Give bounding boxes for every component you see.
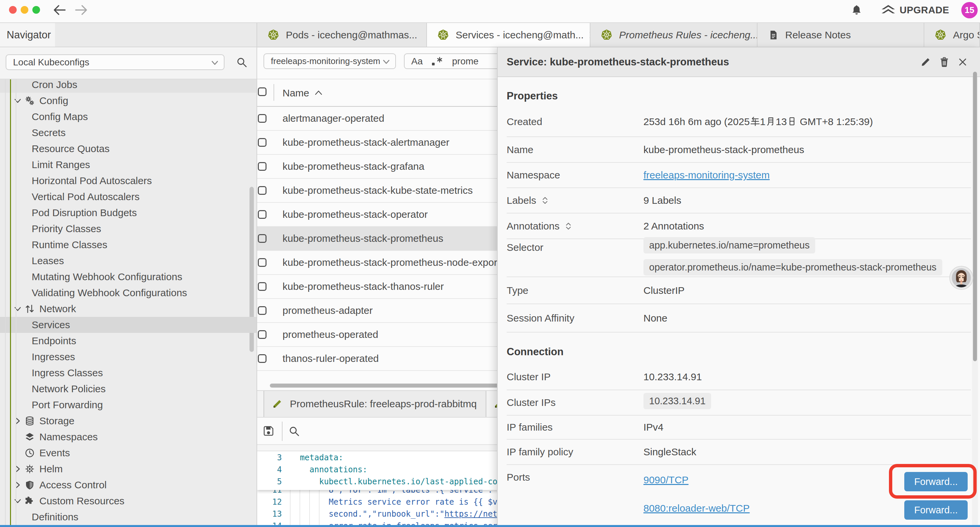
update-count-badge[interactable]: 15 [961,2,978,18]
sidebar-item-config-maps[interactable]: Config Maps [0,109,257,125]
save-icon[interactable] [262,425,275,437]
sort-toggle-icon[interactable] [541,196,549,205]
sidebar-item-config[interactable]: Config [0,93,257,109]
sidebar-item-label: Runtime Classes [32,239,107,250]
chevron-down-icon[interactable] [14,305,22,313]
chevron-down-icon[interactable] [14,497,22,505]
sidebar-item-port-forwarding[interactable]: Port Forwarding [0,397,257,413]
back-button[interactable] [53,4,66,16]
sidebar-item-resource-quotas[interactable]: Resource Quotas [0,141,257,157]
match-case-label[interactable]: Aa [411,56,423,67]
service-name: kube-prometheus-stack-prometheus-node-ex… [283,257,497,268]
sidebar-item-label: Horizontal Pod Autoscalers [32,175,152,186]
delete-trash-icon[interactable] [939,57,950,67]
sidebar-item-storage[interactable]: Storage [0,413,257,429]
sidebar-item-events[interactable]: Events [0,445,257,461]
row-checkbox[interactable] [258,258,267,267]
close-drawer-icon[interactable] [958,57,968,67]
sidebar-item-access-control[interactable]: Access Control [0,477,257,493]
sidebar-item-horizontal-pod-autoscalers[interactable]: Horizontal Pod Autoscalers [0,173,257,189]
kubernetes-icon [601,29,612,41]
chevron-right-icon[interactable] [14,417,22,425]
row-checkbox[interactable] [258,330,267,339]
tab-pods[interactable]: Pods - icecheng@mathmas... [257,23,427,47]
kubeconfig-select[interactable]: Local Kubeconfigs [6,54,224,70]
sidebar-item-secrets[interactable]: Secrets [0,125,257,141]
shield-icon [25,480,35,490]
sidebar-item-runtime-classes[interactable]: Runtime Classes [0,237,257,253]
sidebar-item-pod-disruption-budgets[interactable]: Pod Disruption Budgets [0,205,257,221]
chevron-right-icon[interactable] [14,481,22,489]
sidebar-item-namespaces[interactable]: Namespaces [0,429,257,445]
column-header-name[interactable]: Name [283,88,309,99]
sort-toggle-icon[interactable] [565,222,572,231]
namespace-select[interactable]: freeleaps-monitoring-system [264,53,396,69]
sidebar-item-vertical-pod-autoscalers[interactable]: Vertical Pod Autoscalers [0,189,257,205]
sidebar-item-ingresses[interactable]: Ingresses [0,349,257,365]
port-link[interactable]: 8080:reloader-web/TCP [643,503,750,514]
dock-tab-prometheusrule[interactable]: PrometheusRule: freeleaps-prod-rabbitmq [264,391,486,417]
forward-button[interactable]: Forward... [904,500,968,520]
chevron-down-icon[interactable] [14,97,22,105]
sidebar-item-validating-webhook-configurations[interactable]: Validating Webhook Configurations [0,285,257,301]
upgrade-button[interactable]: UPGRADE [881,4,949,16]
service-name: kube-prometheus-stack-kube-state-metrics [283,185,473,196]
drawer-label: IP family policy [507,439,643,465]
tab-release-notes[interactable]: Release Notes [757,23,924,47]
sidebar-item-mutating-webhook-configurations[interactable]: Mutating Webhook Configurations [0,269,257,285]
row-checkbox[interactable] [258,234,267,243]
sort-ascending-icon[interactable] [315,90,323,96]
sidebar-item-label: Endpoints [32,335,76,347]
sidebar-item-network-policies[interactable]: Network Policies [0,381,257,397]
minimize-window-button[interactable] [21,6,29,14]
row-checkbox[interactable] [258,354,267,363]
sidebar-item-limit-ranges[interactable]: Limit Ranges [0,157,257,173]
row-checkbox[interactable] [258,114,267,123]
sidebar-item-leases[interactable]: Leases [0,253,257,269]
chevron-right-icon[interactable] [14,465,22,473]
sidebar-search-icon[interactable] [236,57,248,68]
row-checkbox[interactable] [258,282,267,291]
row-checkbox[interactable] [258,138,267,147]
row-checkbox[interactable] [258,210,267,219]
row-checkbox[interactable] [258,186,267,195]
kubernetes-icon [935,29,946,41]
tab-services[interactable]: Services - icecheng@math... [427,23,590,47]
sidebar-item-endpoints[interactable]: Endpoints [0,333,257,349]
port-link[interactable]: 9090/TCP [643,474,689,486]
notifications-bell-icon[interactable] [851,4,862,16]
service-name: prometheus-adapter [283,305,372,316]
forward-button-nav[interactable] [75,4,88,16]
database-icon [25,416,35,426]
sidebar-item-cron-jobs[interactable]: Cron Jobs [0,80,257,93]
row-checkbox[interactable] [258,306,267,315]
drawer-label: Cluster IPs [507,390,643,416]
sidebar-item-services[interactable]: Services [0,317,257,333]
namespace-link[interactable]: freeleaps-monitoring-system [643,169,770,181]
regex-icon[interactable] [431,56,444,66]
search-value[interactable]: prome [452,56,478,67]
tab-prometheus-rules[interactable]: Prometheus Rules - icecheng... [590,23,757,47]
drawer-value: 10.233.14.91 [643,371,702,382]
edit-pencil-icon[interactable] [920,57,931,67]
sidebar-item-priority-classes[interactable]: Priority Classes [0,221,257,237]
sidebar-item-helm[interactable]: Helm [0,461,257,477]
tab-argo-se[interactable]: Argo Se [924,23,980,47]
code-link[interactable]: https://net [444,509,497,519]
zoom-window-button[interactable] [32,6,40,14]
tab-strip: Pods - icecheng@mathmas...Services - ice… [257,23,980,47]
sidebar-item-label: Network Policies [32,383,106,395]
drawer-row: Selectorapp.kubernetes.io/name=prometheu… [507,239,971,277]
sidebar-item-ingress-classes[interactable]: Ingress Classes [0,365,257,381]
sidebar-item-label: Events [39,447,70,459]
select-all-checkbox[interactable] [258,88,267,96]
close-window-button[interactable] [9,6,17,14]
sidebar-item-network[interactable]: Network [0,301,257,317]
sidebar-item-definitions[interactable]: Definitions [0,509,257,525]
user-avatar[interactable] [949,266,973,290]
row-checkbox[interactable] [258,162,267,171]
editor-search-icon[interactable] [288,426,300,437]
drawer-scrollbar[interactable] [973,72,977,361]
code-line: second.","runbook_url":" [290,509,444,519]
sidebar-item-custom-resources[interactable]: Custom Resources [0,493,257,509]
